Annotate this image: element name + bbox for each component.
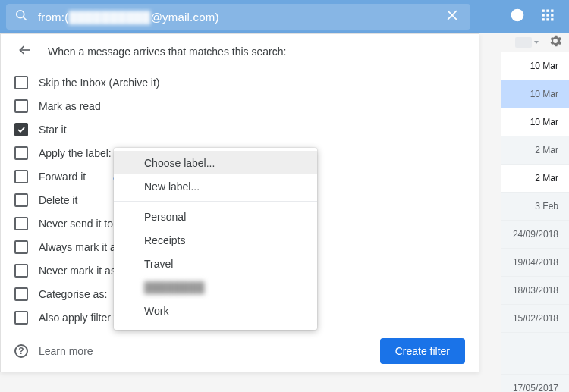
option-star-it[interactable]: Star it <box>14 118 479 141</box>
option-mark-read[interactable]: Mark as read <box>14 94 479 118</box>
option-label: Categorise as: <box>39 288 107 300</box>
menu-label-item[interactable]: Work <box>114 299 317 322</box>
message-row[interactable]: 2 Mar <box>501 165 569 193</box>
svg-rect-7 <box>546 10 549 12</box>
search-field[interactable]: from:(██████████@ymail.com) <box>6 4 470 30</box>
message-row[interactable]: 10 Mar <box>501 52 569 80</box>
svg-rect-8 <box>551 10 553 12</box>
checkbox[interactable] <box>14 311 28 325</box>
header-actions <box>510 8 563 26</box>
svg-point-5 <box>517 18 517 19</box>
message-row[interactable]: 18/03/2018 <box>501 277 569 305</box>
checkbox[interactable] <box>14 146 28 160</box>
right-rail: 10 Mar 10 Mar 10 Mar 2 Mar 2 Mar 3 Feb 2… <box>501 33 569 392</box>
svg-rect-13 <box>546 18 549 20</box>
checkbox[interactable] <box>14 240 28 254</box>
svg-rect-14 <box>551 18 553 20</box>
panel-title: When a message arrives that matches this… <box>48 45 286 58</box>
message-row[interactable]: 17/05/2017 <box>501 375 569 392</box>
search-query: from:(██████████@ymail.com) <box>38 11 442 24</box>
help-icon[interactable]: ? <box>14 344 28 358</box>
checkbox[interactable] <box>14 170 28 183</box>
input-tools-icon[interactable] <box>515 37 539 48</box>
menu-label-item[interactable]: ████████ <box>114 275 317 299</box>
svg-line-1 <box>24 17 27 20</box>
settings-gear-icon[interactable] <box>548 33 563 52</box>
message-row[interactable]: 3 Feb <box>501 193 569 221</box>
message-row[interactable]: 24/09/2018 <box>501 221 569 249</box>
checkbox[interactable] <box>14 99 28 113</box>
option-skip-inbox[interactable]: Skip the Inbox (Archive it) <box>14 71 479 94</box>
message-row[interactable]: 10 Mar <box>501 80 569 108</box>
message-date-list: 10 Mar 10 Mar 10 Mar 2 Mar 2 Mar 3 Feb 2… <box>501 52 569 392</box>
option-label: Delete it <box>39 194 77 206</box>
right-toolbar <box>501 33 569 52</box>
checkbox[interactable] <box>14 76 28 89</box>
message-row[interactable]: 2 Mar <box>501 136 569 165</box>
message-row[interactable]: 15/02/2018 <box>501 305 569 333</box>
svg-rect-9 <box>542 14 545 16</box>
help-icon[interactable] <box>510 8 525 26</box>
back-arrow-icon[interactable] <box>17 42 33 61</box>
search-icon <box>14 8 29 26</box>
checkbox[interactable] <box>14 193 28 207</box>
message-row[interactable]: 19/04/2018 <box>501 249 569 277</box>
svg-rect-12 <box>542 18 545 20</box>
label-menu: Choose label... New label... Personal Re… <box>114 148 317 330</box>
learn-more-link[interactable]: Learn more <box>39 345 93 357</box>
option-label: Apply the label: <box>39 147 112 159</box>
menu-new-label[interactable]: New label... <box>114 174 317 198</box>
menu-label-item[interactable]: Travel <box>114 252 317 275</box>
menu-separator <box>114 201 317 202</box>
svg-point-0 <box>17 11 24 18</box>
menu-choose-label[interactable]: Choose label... <box>114 151 317 174</box>
create-filter-button[interactable]: Create filter <box>380 338 465 364</box>
svg-rect-10 <box>546 14 549 16</box>
apps-icon[interactable] <box>540 8 555 26</box>
menu-label-item[interactable]: Personal <box>114 205 317 228</box>
app-header: from:(██████████@ymail.com) <box>0 0 569 33</box>
message-gap <box>501 333 569 375</box>
clear-search-icon[interactable] <box>442 5 463 29</box>
option-label: Forward it <box>39 171 86 183</box>
checkbox[interactable] <box>14 264 28 278</box>
svg-rect-11 <box>551 14 553 16</box>
message-row[interactable]: 10 Mar <box>501 108 569 136</box>
checkbox[interactable] <box>14 217 28 230</box>
option-label: Mark as read <box>39 100 101 112</box>
checkbox[interactable] <box>14 287 28 301</box>
svg-rect-6 <box>542 10 545 12</box>
checkbox[interactable] <box>14 123 28 136</box>
option-label: Star it <box>39 124 67 136</box>
menu-label-item[interactable]: Receipts <box>114 228 317 252</box>
option-label: Skip the Inbox (Archive it) <box>39 77 160 89</box>
